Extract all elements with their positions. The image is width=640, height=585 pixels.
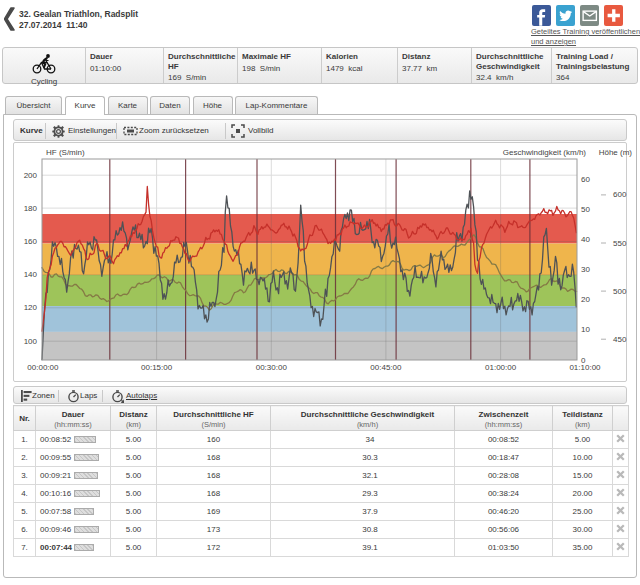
svg-text:450: 450 — [613, 335, 627, 344]
svg-text:200: 200 — [24, 171, 38, 180]
svg-text:60: 60 — [581, 175, 590, 184]
svg-text:40: 40 — [581, 235, 590, 244]
svg-text:01:00:00: 01:00:00 — [485, 363, 517, 372]
svg-text:550: 550 — [613, 239, 627, 248]
svg-text:500: 500 — [613, 287, 627, 296]
svg-text:Höhe (m): Höhe (m) — [599, 148, 633, 157]
svg-text:01:10:00: 01:10:00 — [569, 363, 601, 372]
svg-text:140: 140 — [24, 270, 38, 279]
svg-text:Geschwindigkeit (km/h): Geschwindigkeit (km/h) — [503, 148, 586, 157]
svg-text:00:00:00: 00:00:00 — [27, 363, 59, 372]
svg-text:30: 30 — [581, 265, 590, 274]
svg-text:160: 160 — [24, 237, 38, 246]
svg-text:100: 100 — [24, 337, 38, 346]
svg-text:120: 120 — [24, 303, 38, 312]
svg-text:00:30:00: 00:30:00 — [256, 363, 288, 372]
svg-text:20: 20 — [581, 295, 590, 304]
svg-text:00:15:00: 00:15:00 — [141, 363, 173, 372]
svg-text:600: 600 — [613, 190, 627, 199]
svg-text:50: 50 — [581, 205, 590, 214]
svg-text:180: 180 — [24, 204, 38, 213]
svg-text:10: 10 — [581, 325, 590, 334]
svg-text:00:45:00: 00:45:00 — [370, 363, 402, 372]
svg-text:HF (S/min): HF (S/min) — [46, 148, 85, 157]
